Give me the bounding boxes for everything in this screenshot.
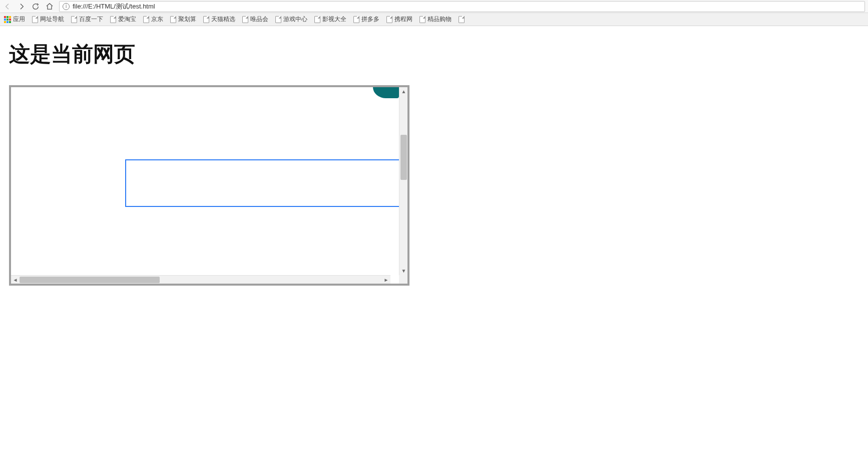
bookmark-item[interactable]: 影视大全 — [314, 15, 346, 24]
bookmarks-bar: 应用 网址导航 百度一下 爱淘宝 京东 聚划算 天猫精选 唯品会 游戏中心 影视… — [0, 13, 868, 26]
bookmark-item[interactable]: 天猫精选 — [203, 15, 235, 24]
bookmark-item[interactable]: 百度一下 — [71, 15, 103, 24]
bookmark-item[interactable]: 唯品会 — [242, 15, 268, 24]
bookmark-item[interactable]: 游戏中心 — [275, 15, 307, 24]
vertical-scrollbar[interactable]: ▲ ▼ — [399, 87, 407, 284]
iframe-container: ◄ ► ▲ ▼ — [9, 85, 409, 286]
page-icon — [386, 16, 392, 23]
page-icon — [170, 16, 176, 23]
browser-nav-bar: i — [0, 0, 868, 13]
iframe-search-box[interactable] — [125, 159, 399, 207]
page-icon — [143, 16, 149, 23]
back-button[interactable] — [3, 2, 12, 11]
page-icon — [314, 16, 320, 23]
bookmark-item[interactable]: 爱淘宝 — [110, 15, 136, 24]
scroll-down-arrow-icon[interactable]: ▼ — [399, 267, 408, 275]
page-icon — [71, 16, 77, 23]
scroll-corner — [399, 275, 407, 284]
horizontal-scrollbar[interactable]: ◄ ► — [11, 275, 390, 284]
scroll-left-arrow-icon[interactable]: ◄ — [11, 276, 20, 284]
vertical-scroll-thumb[interactable] — [400, 135, 407, 180]
apps-button[interactable]: 应用 — [4, 15, 25, 24]
scroll-right-arrow-icon[interactable]: ► — [382, 276, 390, 284]
horizontal-scroll-thumb[interactable] — [20, 277, 160, 283]
page-icon — [242, 16, 248, 23]
page-title: 这是当前网页 — [9, 40, 859, 68]
page-icon — [32, 16, 38, 23]
page-icon — [353, 16, 359, 23]
forward-button[interactable] — [17, 2, 26, 11]
bookmark-item[interactable]: 聚划算 — [170, 15, 196, 24]
address-bar[interactable]: i — [59, 1, 865, 12]
scroll-up-arrow-icon[interactable]: ▲ — [399, 87, 408, 96]
page-icon — [110, 16, 116, 23]
bookmark-item[interactable]: 拼多多 — [353, 15, 379, 24]
iframe-viewport[interactable]: ◄ ► — [11, 87, 399, 284]
reload-button[interactable] — [31, 2, 40, 11]
url-input[interactable] — [73, 3, 861, 10]
iframe-corner-graphic — [373, 87, 399, 98]
page-icon — [419, 16, 425, 23]
apps-label: 应用 — [13, 15, 25, 24]
page-icon — [459, 16, 465, 23]
page-content: 这是当前网页 ◄ ► ▲ ▼ — [0, 26, 868, 286]
bookmark-item[interactable]: 携程网 — [386, 15, 412, 24]
info-icon[interactable]: i — [63, 3, 70, 10]
bookmark-item[interactable]: 网址导航 — [32, 15, 64, 24]
home-button[interactable] — [45, 2, 54, 11]
page-icon — [275, 16, 281, 23]
bookmark-item[interactable] — [459, 16, 467, 23]
bookmark-item[interactable]: 精品购物 — [419, 15, 452, 24]
page-icon — [203, 16, 209, 23]
bookmark-item[interactable]: 京东 — [143, 15, 163, 24]
apps-icon — [4, 16, 11, 23]
